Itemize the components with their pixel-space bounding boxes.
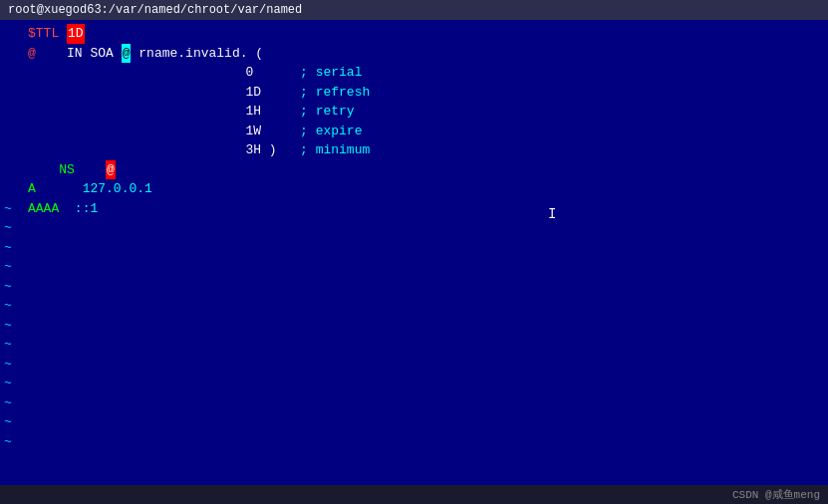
tilde-line: ~ bbox=[4, 335, 14, 355]
gutter-line bbox=[4, 63, 14, 83]
refresh-comment: ; refresh bbox=[300, 83, 370, 103]
ns-keyword: NS bbox=[59, 160, 75, 180]
tilde-line: ~ bbox=[4, 393, 14, 413]
gutter-line bbox=[4, 44, 14, 64]
soa-line: @ IN SOA @ rname.invalid. ( bbox=[28, 44, 820, 64]
editor-container: ~ ~ ~ ~ ~ ~ ~ ~ ~ ~ ~ ~ ~ $TTL 1D @ IN S… bbox=[0, 20, 828, 485]
tilde-line: ~ bbox=[4, 355, 14, 375]
a-value: 127.0.0.1 bbox=[83, 179, 152, 199]
tilde-line: ~ bbox=[4, 218, 14, 238]
expire-value: 1W bbox=[245, 122, 261, 141]
retry-value: 1H bbox=[245, 102, 261, 122]
rname: rname.invalid. ( bbox=[138, 44, 263, 64]
in-keyword: IN SOA bbox=[67, 44, 114, 64]
text-cursor: I bbox=[548, 204, 556, 225]
line-gutter: ~ ~ ~ ~ ~ ~ ~ ~ ~ ~ ~ ~ ~ bbox=[0, 20, 20, 485]
minimum-line: 3H ) ; minimum bbox=[28, 140, 820, 160]
aaaa-value: ::1 bbox=[75, 199, 98, 219]
aaaa-record-line: AAAA ::1 bbox=[28, 199, 820, 219]
at-symbol: @ bbox=[28, 44, 36, 64]
expire-comment: ; expire bbox=[300, 122, 362, 141]
tilde-line: ~ bbox=[4, 374, 14, 393]
gutter-line bbox=[4, 122, 14, 141]
ttl-keyword: $TTL bbox=[28, 24, 59, 44]
footer-text: CSDN @咸鱼meng bbox=[732, 489, 820, 501]
gutter-line bbox=[4, 83, 14, 103]
tilde-line: ~ bbox=[4, 277, 14, 297]
refresh-line: 1D ; refresh bbox=[28, 83, 820, 103]
tilde-line: ~ bbox=[4, 432, 14, 452]
minimum-comment: ; minimum bbox=[300, 140, 370, 160]
title-bar: root@xuegod63:/var/named/chroot/var/name… bbox=[0, 0, 828, 20]
ns-value: @ bbox=[106, 160, 116, 180]
tilde-line: ~ bbox=[4, 199, 14, 219]
a-keyword: A bbox=[28, 179, 36, 199]
serial-line: 0 ; serial bbox=[28, 63, 820, 83]
gutter-line bbox=[4, 179, 14, 199]
tilde-line: ~ bbox=[4, 412, 14, 432]
minimum-value: 3H ) bbox=[245, 140, 276, 160]
serial-value: 0 bbox=[245, 63, 253, 83]
ttl-line: $TTL 1D bbox=[28, 24, 820, 44]
gutter-line bbox=[4, 160, 14, 180]
ttl-value: 1D bbox=[67, 24, 85, 44]
gutter-line bbox=[4, 24, 14, 44]
editor-content[interactable]: $TTL 1D @ IN SOA @ rname.invalid. ( 0 ; … bbox=[20, 20, 828, 485]
soa-cursor: @ bbox=[122, 44, 132, 64]
a-record-line: A 127.0.0.1 bbox=[28, 179, 820, 199]
retry-line: 1H ; retry bbox=[28, 102, 820, 122]
footer-bar: CSDN @咸鱼meng bbox=[0, 485, 828, 504]
gutter-line bbox=[4, 102, 14, 122]
retry-comment: ; retry bbox=[300, 102, 355, 122]
title-text: root@xuegod63:/var/named/chroot/var/name… bbox=[8, 3, 302, 17]
refresh-value: 1D bbox=[245, 83, 261, 103]
tilde-line: ~ bbox=[4, 257, 14, 277]
ns-line: NS @ bbox=[28, 160, 820, 180]
gutter-line bbox=[4, 140, 14, 160]
tilde-line: ~ bbox=[4, 316, 14, 336]
expire-line: 1W ; expire bbox=[28, 122, 820, 141]
tilde-line: ~ bbox=[4, 238, 14, 258]
tilde-line: ~ bbox=[4, 296, 14, 316]
serial-comment: ; serial bbox=[300, 63, 362, 83]
aaaa-keyword: AAAA bbox=[28, 199, 59, 219]
